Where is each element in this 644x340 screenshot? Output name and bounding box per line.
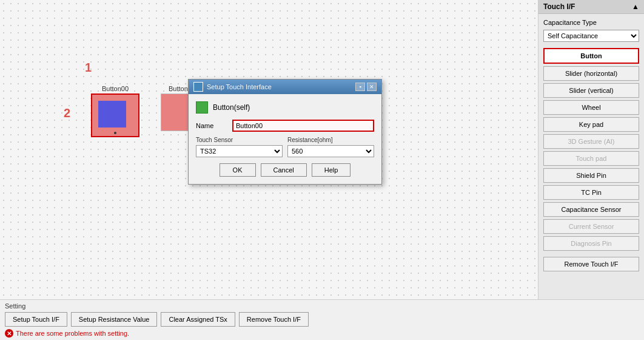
name-field-label: Name: [196, 122, 232, 129]
touch-sensor-label: Touch Sensor: [196, 137, 283, 143]
dialog-body: Button(self) Name Touch Sensor TS32: [189, 94, 381, 184]
error-message: ✕ There are some problems with setting.: [5, 329, 639, 338]
chevron-up-icon[interactable]: ▲: [632, 2, 639, 11]
cap-type-select[interactable]: Self Capacitance Mutual Capacitance: [543, 30, 639, 42]
right-panel: Touch I/F ▲ Capacitance Type Self Capaci…: [538, 0, 644, 299]
right-panel-title: Touch I/F: [543, 2, 575, 11]
panel-btn-0[interactable]: Button: [543, 48, 639, 64]
dialog-restore-btn[interactable]: ▪: [355, 83, 365, 91]
canvas-button-label-0: Button00: [102, 85, 129, 92]
panel-btn-6: Touch pad: [543, 151, 639, 166]
panel-btn-3[interactable]: Wheel: [543, 100, 639, 115]
panel-btn-5: 3D Gesture (AI): [543, 134, 639, 149]
cancel-button[interactable]: Cancel: [261, 163, 307, 177]
right-panel-header: Touch I/F ▲: [538, 0, 644, 14]
panel-btn-8[interactable]: TC Pin: [543, 185, 639, 200]
canvas-button-dot-0: [114, 132, 116, 134]
main-layout: 1 2 Button00 Button01 Button02 3: [0, 0, 644, 299]
touch-sensor-select[interactable]: TS32: [196, 145, 283, 157]
dialog-close-btn[interactable]: ✕: [367, 83, 377, 91]
clear-assigned-btn[interactable]: Clear Assigned TSx: [161, 312, 235, 327]
error-text: There are some problems with setting.: [16, 330, 129, 337]
panel-btn-7[interactable]: Shield Pin: [543, 168, 639, 183]
setup-touch-btn[interactable]: Setup Touch I/F: [5, 312, 67, 327]
cap-type-label: Capacitance Type: [543, 19, 639, 26]
setup-dialog: Setup Touch Interface ▪ ✕ Button(self): [188, 79, 382, 185]
canvas-area: 1 2 Button00 Button01 Button02 3: [0, 0, 538, 299]
panel-btn-9[interactable]: Capacitance Sensor: [543, 202, 639, 217]
touch-sensor-col: Touch Sensor TS32: [196, 137, 283, 157]
panel-btn-2[interactable]: Slider (vertical): [543, 83, 639, 98]
resistance-select[interactable]: 560: [287, 145, 374, 157]
canvas-button-0[interactable]: Button00: [91, 85, 139, 137]
canvas-button-box-0[interactable]: [91, 93, 139, 137]
canvas-button-inner-0: [98, 101, 126, 127]
bottom-bar: Setting Setup Touch I/F Setup Resistance…: [0, 299, 644, 340]
bottom-buttons: Setup Touch I/F Setup Resistance Value C…: [5, 312, 639, 327]
dialog-indicator: Button(self): [196, 101, 374, 114]
dialog-overlay: 3 Setup Touch Interface ▪ ✕: [0, 0, 538, 299]
panel-btn-11: Diagnosis Pin: [543, 236, 639, 251]
indicator-label: Button(self): [213, 103, 250, 112]
green-indicator: [196, 101, 208, 114]
help-button[interactable]: Help: [312, 163, 351, 177]
error-icon: ✕: [5, 329, 13, 338]
name-row: Name: [196, 120, 374, 132]
right-panel-content: Capacitance Type Self Capacitance Mutual…: [538, 14, 644, 276]
dialog-titlebar: Setup Touch Interface ▪ ✕: [189, 80, 381, 94]
dialog-title-left: Setup Touch Interface: [193, 82, 272, 92]
dialog-icon: [193, 82, 203, 92]
sensor-resistance-row: Touch Sensor TS32 Resistance[ohm] 560: [196, 137, 374, 157]
dialog-title: Setup Touch Interface: [207, 83, 272, 90]
remove-touch-btn[interactable]: Remove Touch I/F: [543, 257, 639, 271]
dialog-controls: ▪ ✕: [355, 83, 377, 91]
panel-btn-10: Current Sensor: [543, 219, 639, 234]
resistance-label: Resistance[ohm]: [287, 137, 374, 143]
resistance-col: Resistance[ohm] 560: [287, 137, 374, 157]
panel-btn-1[interactable]: Slider (horizontal): [543, 66, 639, 81]
remove-touch-if-btn[interactable]: Remove Touch I/F: [239, 312, 309, 327]
dialog-buttons: OK Cancel Help: [196, 163, 374, 177]
step1-label: 1: [85, 61, 92, 75]
step2-label: 2: [64, 106, 70, 120]
setting-label: Setting: [5, 302, 639, 310]
name-input[interactable]: [232, 120, 374, 132]
panel-btn-4[interactable]: Key pad: [543, 117, 639, 132]
ok-button[interactable]: OK: [220, 163, 256, 177]
setup-resistance-btn[interactable]: Setup Resistance Value: [71, 312, 158, 327]
